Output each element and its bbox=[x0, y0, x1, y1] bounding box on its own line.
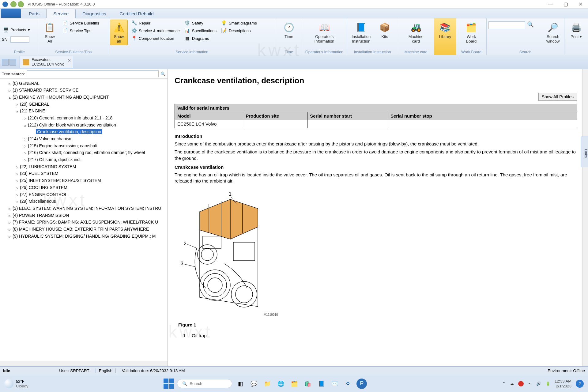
show-all-profiles-button[interactable]: 📋Show All bbox=[41, 20, 59, 45]
tree-node[interactable]: ▷(26) COOLING SYSTEM bbox=[2, 184, 167, 191]
teamviewer-icon[interactable]: ⭘ bbox=[343, 379, 353, 389]
print-button[interactable]: 🖨️Print ▾ bbox=[566, 20, 586, 41]
tree-node[interactable]: ▷(22) LUBRICATING SYSTEM bbox=[2, 163, 167, 170]
maximize-button[interactable]: ▢ bbox=[564, 1, 568, 7]
app-icon[interactable]: P bbox=[356, 379, 367, 389]
table-cell-model: EC250E LC4 Volvo bbox=[175, 120, 243, 128]
nav-back-button[interactable] bbox=[10, 1, 17, 7]
battery-icon[interactable]: 🔋 bbox=[545, 381, 550, 386]
show-all-service-button[interactable]: ⚠️Show all bbox=[110, 20, 128, 45]
show-all-profiles-button[interactable]: Show All Profiles bbox=[538, 93, 577, 101]
service-bulletins-button[interactable]: 📄Service Bulletins bbox=[61, 20, 100, 26]
repair-button[interactable]: 🔧Repair bbox=[130, 20, 181, 26]
products-button[interactable]: 🖥️Products ▾ bbox=[2, 27, 31, 33]
time-button[interactable]: 🕐Time bbox=[278, 20, 300, 41]
warning-icon: ⚠️ bbox=[113, 21, 125, 33]
kits-button[interactable]: 📦Kits bbox=[376, 20, 394, 41]
specifications-button[interactable]: 📊Specifications bbox=[183, 27, 218, 34]
diagrams-button[interactable]: ▦Diagrams bbox=[183, 35, 218, 42]
close-button[interactable]: ✕ bbox=[579, 1, 582, 7]
work-board-button[interactable]: 🗂️Work Board bbox=[458, 20, 484, 45]
volume-icon[interactable]: 🔊 bbox=[536, 381, 541, 386]
component-location-button[interactable]: 📍Component location bbox=[130, 35, 181, 42]
tree-node[interactable]: ▷(1) STANDARD PARTS, SERVICE bbox=[2, 87, 167, 94]
library-button[interactable]: 📚Library bbox=[436, 20, 454, 41]
ribbon-search-input[interactable] bbox=[488, 21, 525, 29]
taskbar-clock[interactable]: 12:33 AM2/1/2023 bbox=[555, 379, 571, 388]
tree-node[interactable]: ▷(4) POWER TRANSMISSION bbox=[2, 212, 167, 219]
tree-node[interactable]: ▷(8) MACHINERY HOUSE; CAB; EXTERIOR TRIM… bbox=[2, 226, 167, 233]
binoculars-icon[interactable]: 🔍 bbox=[527, 21, 534, 28]
search-icon: 🔍 bbox=[182, 381, 187, 386]
tree-node[interactable]: ▷(29) Miscellaneous bbox=[2, 198, 167, 205]
installation-button[interactable]: 📘Installation Instruction bbox=[349, 20, 373, 45]
tree-node[interactable]: Crankcase ventilation, description bbox=[2, 129, 167, 136]
document-tab[interactable]: Excavators EC250E LC4 Volvo ✕ bbox=[20, 56, 73, 68]
tab-parts[interactable]: Parts bbox=[22, 9, 46, 18]
tab-rebuild[interactable]: Certified Rebuild bbox=[113, 9, 160, 18]
tab-diagnostics[interactable]: Diagnostics bbox=[76, 9, 113, 18]
app-menu-button[interactable] bbox=[1, 9, 21, 18]
minimize-button[interactable]: — bbox=[548, 1, 553, 7]
safety-button[interactable]: 🛡️Safety bbox=[183, 20, 218, 26]
tree-search-button[interactable]: 🔍 bbox=[160, 71, 166, 76]
tree-body[interactable]: ▷(0) GENERAL▷(1) STANDARD PARTS, SERVICE… bbox=[0, 79, 168, 361]
tree-node[interactable]: ▲(21) ENGINE bbox=[2, 108, 167, 115]
doc-nav-fwd[interactable] bbox=[9, 59, 16, 66]
sn-input[interactable] bbox=[10, 36, 29, 43]
task-view-button[interactable]: ◧ bbox=[235, 379, 246, 389]
start-button[interactable] bbox=[164, 379, 174, 389]
nav-forward-button[interactable] bbox=[18, 1, 24, 7]
content-v-scrollbar[interactable] bbox=[582, 69, 588, 366]
notifications-badge[interactable]: 2 bbox=[576, 380, 584, 388]
search-window-button[interactable]: 🔎Search window bbox=[544, 20, 562, 45]
board-icon: 🗂️ bbox=[465, 21, 477, 33]
store-icon[interactable]: 🛍️ bbox=[303, 379, 313, 389]
tree-node[interactable]: ▷(20) GENERAL bbox=[2, 101, 167, 108]
edge-icon[interactable]: 🌐 bbox=[276, 379, 286, 389]
tree-node[interactable]: ▷(215) Engine transmission; camshaft bbox=[2, 142, 167, 149]
weather-widget[interactable]: 52°F Cloudy bbox=[4, 379, 28, 388]
word-icon[interactable]: 📘 bbox=[316, 379, 326, 389]
tree-node[interactable]: ▷(25) INLET SYSTEM; EXHAUST SYSTEM bbox=[2, 177, 167, 184]
taskbar-search[interactable]: 🔍 Search bbox=[177, 379, 232, 388]
doc-nav-back[interactable] bbox=[2, 59, 9, 66]
tree-node[interactable]: ▷(214) Valve mechanism bbox=[2, 136, 167, 143]
close-tab-button[interactable]: ✕ bbox=[68, 58, 71, 63]
tree-node[interactable]: ▷(7) FRAME; SPRINGS; DAMPING; AXLE SUSPE… bbox=[2, 219, 167, 226]
smart-diagrams-button[interactable]: 💡Smart diagrams bbox=[220, 20, 258, 26]
tree-search-input[interactable] bbox=[27, 70, 159, 77]
tree-node[interactable]: ▷(216) Crank shaft; connecting rod; vibr… bbox=[2, 149, 167, 156]
descriptions-button[interactable]: 📝Descriptions bbox=[220, 27, 258, 34]
tray-app-icon[interactable] bbox=[518, 381, 524, 386]
tree-node[interactable]: ▷(3) ELEC. SYSTEM; WARNING SYSTEM; INFOR… bbox=[2, 205, 167, 212]
tab-service[interactable]: Service bbox=[46, 9, 76, 18]
tree-node[interactable]: ▲(2) ENGINE WITH MOUNTING AND EQUIPMENT bbox=[2, 94, 167, 101]
links-sidebar-handle[interactable]: Links bbox=[581, 137, 588, 167]
tree-node[interactable]: ▷(0) GENERAL bbox=[2, 80, 167, 87]
tray-chevron-icon[interactable]: ⌃ bbox=[502, 381, 506, 386]
explorer-icon[interactable]: 📁 bbox=[262, 379, 273, 389]
machine-card-button[interactable]: 🚜Machine card bbox=[400, 20, 432, 45]
svg-point-0 bbox=[200, 270, 230, 300]
chat-icon[interactable]: 💬 bbox=[249, 379, 259, 389]
maintenance-button[interactable]: ⚙️Service & maintenance bbox=[130, 27, 181, 34]
onedrive-icon[interactable]: ☁ bbox=[510, 381, 514, 386]
operators-info-button[interactable]: 📖Operator's Information bbox=[304, 20, 345, 45]
tree-node[interactable]: ▲(212) Cylinder block with crankcase ven… bbox=[2, 122, 167, 129]
tree-node[interactable]: ▷(23) FUEL SYSTEM bbox=[2, 170, 167, 177]
svg-text:3: 3 bbox=[181, 261, 183, 266]
service-tips-button[interactable]: 📄Service Tips bbox=[61, 27, 100, 34]
tree-h-scrollbar[interactable] bbox=[0, 361, 168, 366]
mail-icon[interactable]: ✉️ bbox=[330, 379, 340, 389]
tree-node[interactable]: ▷(217) Oil sump, dipstick incl. bbox=[2, 156, 167, 164]
tree-node[interactable]: ▷(9) HYDRAULIC SYSTEM; DIGGING/ HANDLING… bbox=[2, 233, 167, 240]
content-body[interactable]: Crankcase ventilation, description Show … bbox=[168, 69, 588, 366]
wifi-icon[interactable]: ᯤ bbox=[528, 381, 532, 386]
svg-text:V1219010: V1219010 bbox=[264, 313, 278, 316]
machine-icon: 🚜 bbox=[410, 21, 422, 33]
folder-icon[interactable]: 🗂️ bbox=[289, 379, 300, 389]
cv-heading: Crankcase ventilation bbox=[175, 164, 577, 170]
tree-node[interactable]: ▷(210) General, common info about 211 - … bbox=[2, 115, 167, 122]
tree-node[interactable]: ▷(27) ENGINE CONTROL bbox=[2, 191, 167, 198]
